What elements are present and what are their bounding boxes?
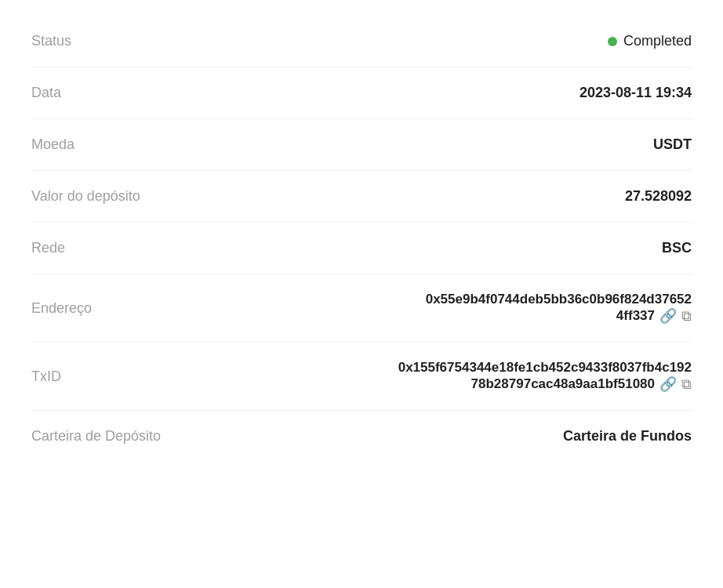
rede-value: BSC — [173, 240, 692, 256]
txid-value-container: 0x155f6754344e18fe1cb452c9433f8037fb4c19… — [173, 360, 692, 393]
txid-copy-icon[interactable]: ⧉ — [681, 376, 692, 393]
status-label: Status — [31, 33, 173, 49]
txid-second-line: 78b28797cac48a9aa1bf51080 🔗 ⧉ — [471, 376, 692, 393]
status-row: Status Completed — [31, 16, 692, 67]
endereco-second-line: 4ff337 🔗 ⧉ — [616, 307, 692, 325]
moeda-value: USDT — [173, 136, 692, 153]
valor-row: Valor do depósito 27.528092 — [31, 171, 692, 223]
endereco-link-icon[interactable]: 🔗 — [659, 307, 677, 325]
data-label: Data — [31, 85, 173, 101]
data-row: Data 2023-08-11 19:34 — [31, 67, 692, 119]
moeda-label: Moeda — [31, 136, 173, 153]
rede-row: Rede BSC — [31, 223, 692, 274]
endereco-label: Endereço — [31, 300, 173, 317]
status-text: Completed — [623, 33, 692, 49]
endereco-line1: 0x55e9b4f0744deb5bb36c0b96f824d37652 — [426, 292, 692, 307]
endereco-row: Endereço 0x55e9b4f0744deb5bb36c0b96f824d… — [31, 274, 692, 343]
txid-line1: 0x155f6754344e18fe1cb452c9433f8037fb4c19… — [398, 360, 692, 376]
endereco-line2: 4ff337 — [616, 308, 655, 324]
txid-line2: 78b28797cac48a9aa1bf51080 — [471, 376, 655, 392]
endereco-value-container: 0x55e9b4f0744deb5bb36c0b96f824d37652 4ff… — [173, 292, 692, 325]
data-value: 2023-08-11 19:34 — [173, 85, 692, 101]
txid-label: TxID — [31, 368, 173, 385]
rede-label: Rede — [31, 240, 173, 256]
valor-label: Valor do depósito — [31, 188, 173, 205]
endereco-copy-icon[interactable]: ⧉ — [681, 308, 692, 325]
valor-value: 27.528092 — [173, 188, 692, 205]
txid-row: TxID 0x155f6754344e18fe1cb452c9433f8037f… — [31, 343, 692, 411]
detail-card: Status Completed Data 2023-08-11 19:34 M… — [0, 0, 723, 477]
carteira-label: Carteira de Depósito — [31, 428, 173, 445]
moeda-row: Moeda USDT — [31, 119, 692, 171]
txid-link-icon[interactable]: 🔗 — [659, 376, 677, 393]
carteira-row: Carteira de Depósito Carteira de Fundos — [31, 411, 692, 462]
status-dot-icon — [608, 37, 617, 46]
status-value: Completed — [608, 33, 692, 49]
carteira-value: Carteira de Fundos — [173, 428, 692, 445]
